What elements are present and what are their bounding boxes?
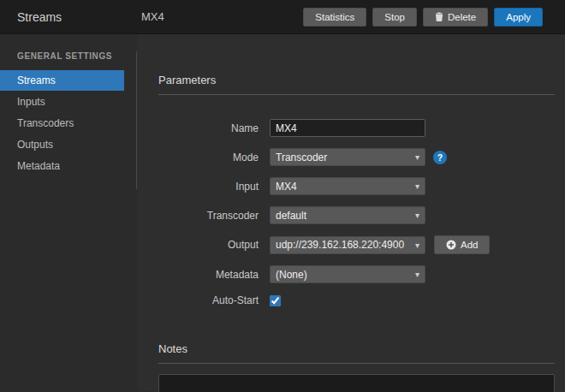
transcoder-select[interactable]: default ▾ <box>270 206 425 224</box>
form-row-output: Output udp://239.162.168.220:4900 ▾ Add <box>158 235 555 254</box>
chevron-down-icon: ▾ <box>415 181 419 191</box>
notes-divider <box>158 363 555 364</box>
metadata-select[interactable]: (None) ▾ <box>270 265 425 283</box>
form-row-input: Input MX4 ▾ <box>158 177 555 195</box>
metadata-label: Metadata <box>158 269 270 281</box>
main-panel: Parameters Name Mode Transcoder ▾ ? Inpu… <box>137 34 565 391</box>
content-area: GENERAL SETTINGS Streams Inputs Transcod… <box>0 34 565 391</box>
sidebar-item-transcoders[interactable]: Transcoders <box>0 113 124 134</box>
output-select[interactable]: udp://239.162.168.220:4900 ▾ <box>270 236 425 254</box>
output-select-value: udp://239.162.168.220:4900 <box>276 239 412 251</box>
chevron-down-icon: ▾ <box>415 241 419 250</box>
sidebar-section-title: GENERAL SETTINGS <box>0 51 136 69</box>
form-row-transcoder: Transcoder default ▾ <box>158 206 555 224</box>
parameters-form: Name Mode Transcoder ▾ ? Input MX4 ▾ T <box>158 119 555 306</box>
chevron-down-icon: ▾ <box>415 270 419 279</box>
input-select[interactable]: MX4 ▾ <box>270 177 425 195</box>
name-label: Name <box>158 122 270 134</box>
parameters-divider <box>158 94 555 95</box>
form-row-name: Name <box>158 119 555 137</box>
delete-button-label: Delete <box>448 12 476 22</box>
add-output-button[interactable]: Add <box>434 235 490 254</box>
notes-section-title: Notes <box>158 342 555 355</box>
delete-button[interactable]: Delete <box>423 8 488 27</box>
auto-start-label: Auto-Start <box>158 294 270 306</box>
plus-icon <box>446 240 456 250</box>
form-row-metadata: Metadata (None) ▾ <box>158 265 555 283</box>
stream-name: MX4 <box>141 10 297 23</box>
statistics-button[interactable]: Statistics <box>303 8 366 27</box>
notes-section: Notes <box>158 342 555 392</box>
form-row-auto-start: Auto-Start <box>158 294 555 306</box>
apply-button[interactable]: Apply <box>494 8 543 27</box>
name-input[interactable] <box>270 119 425 137</box>
top-bar: Streams MX4 Statistics Stop Delete Apply <box>0 0 565 34</box>
auto-start-checkbox[interactable] <box>270 295 281 306</box>
sidebar-item-inputs[interactable]: Inputs <box>0 92 124 112</box>
page-title: Streams <box>17 10 141 24</box>
chevron-down-icon: ▾ <box>415 211 419 220</box>
chevron-down-icon: ▾ <box>415 152 419 162</box>
sidebar: GENERAL SETTINGS Streams Inputs Transcod… <box>0 34 137 391</box>
output-label: Output <box>158 239 270 251</box>
metadata-select-value: (None) <box>276 269 412 281</box>
help-icon[interactable]: ? <box>433 151 447 164</box>
mode-select[interactable]: Transcoder ▾ <box>270 148 425 166</box>
transcoder-label: Transcoder <box>158 210 270 222</box>
mode-label: Mode <box>158 151 270 163</box>
sidebar-inner: GENERAL SETTINGS Streams Inputs Transcod… <box>0 51 137 189</box>
add-output-button-label: Add <box>461 240 478 250</box>
mode-select-value: Transcoder <box>276 151 412 163</box>
trash-icon <box>435 12 443 21</box>
stop-button[interactable]: Stop <box>372 8 417 27</box>
sidebar-item-streams[interactable]: Streams <box>0 70 124 91</box>
input-label: Input <box>158 181 270 193</box>
input-select-value: MX4 <box>276 181 412 193</box>
parameters-section-title: Parameters <box>158 74 555 86</box>
sidebar-item-metadata[interactable]: Metadata <box>0 156 124 176</box>
notes-textarea[interactable] <box>158 374 555 392</box>
sidebar-item-outputs[interactable]: Outputs <box>0 134 124 155</box>
transcoder-select-value: default <box>276 210 412 222</box>
form-row-mode: Mode Transcoder ▾ ? <box>158 148 555 166</box>
